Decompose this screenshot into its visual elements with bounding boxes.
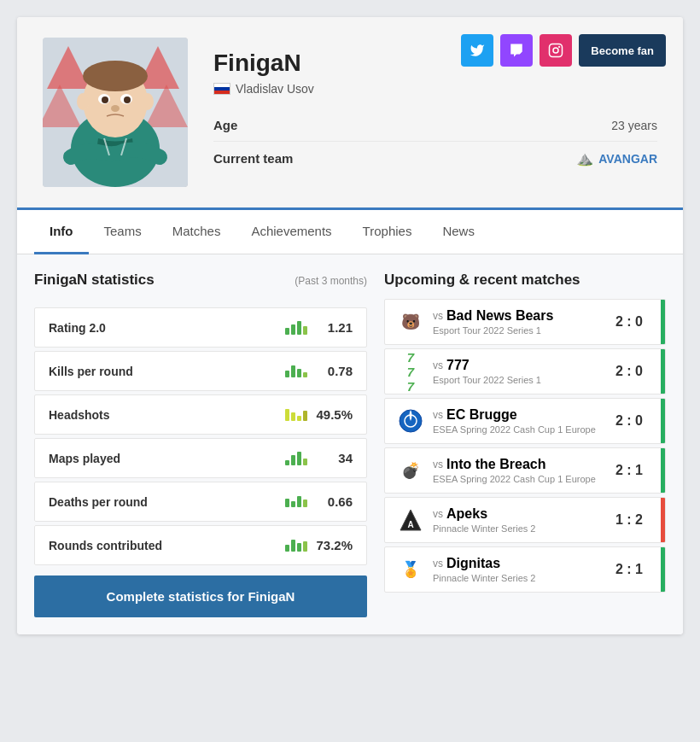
- player-real-name: Vladislav Usov: [236, 82, 314, 96]
- match-opponent-2: vs EC Brugge: [433, 407, 615, 423]
- bar-seg1: [285, 409, 289, 421]
- stat-value-headshots: 49.5%: [314, 407, 353, 422]
- bar-seg4: [303, 326, 307, 335]
- bar-seg2: [291, 501, 295, 507]
- tab-info[interactable]: Info: [34, 210, 89, 254]
- bar-seg4: [303, 459, 307, 465]
- vs-label-4: vs: [433, 508, 443, 520]
- svg-point-16: [553, 48, 558, 53]
- match-info-1: vs 777 Esport Tour 2022 Series 1: [433, 358, 615, 385]
- bar-seg2: [291, 540, 295, 552]
- tournament-3: ESEA Spring 2022 Cash Cup 1 Europe: [433, 474, 615, 484]
- stat-right-kills: 0.78: [285, 364, 353, 378]
- bar-seg3: [297, 416, 301, 421]
- svg-point-11: [124, 96, 131, 103]
- age-label: Age: [213, 118, 237, 132]
- tab-news[interactable]: News: [427, 210, 490, 254]
- bar-seg4: [303, 372, 307, 377]
- bar-seg3: [297, 321, 301, 335]
- vs-label-2: vs: [433, 409, 443, 421]
- stat-value-rating: 1.21: [314, 320, 353, 335]
- matches-panel: Upcoming & recent matches 🐻 vs Bad News …: [384, 272, 666, 617]
- match-row-5: 🏅 vs Dignitas Pinnacle Winter Series 2 2…: [384, 546, 666, 593]
- match-info-5: vs Dignitas Pinnacle Winter Series 2: [433, 556, 615, 583]
- vs-label-5: vs: [433, 558, 443, 570]
- stat-row-headshots: Headshots 49.5%: [34, 394, 367, 435]
- match-opponent-3: vs Into the Breach: [433, 457, 615, 472]
- stat-bar-deaths: [285, 496, 307, 507]
- stat-value-kills: 0.78: [314, 364, 353, 378]
- match-opponent-1: vs 777: [433, 358, 615, 373]
- svg-point-10: [102, 96, 108, 103]
- stat-bar-rating: [285, 321, 307, 335]
- flag-icon: [213, 83, 230, 95]
- match-score-0: 2 : 0: [615, 314, 643, 330]
- bar-seg1: [285, 460, 289, 465]
- complete-stats-button[interactable]: Complete statistics for FinigaN: [34, 575, 367, 617]
- tab-bar: Info Teams Matches Achievements Trophies…: [17, 210, 683, 254]
- bar-seg2: [291, 412, 295, 421]
- stat-right-rounds: 73.2%: [285, 538, 353, 552]
- tournament-1: Esport Tour 2022 Series 1: [433, 375, 615, 385]
- bar-seg1: [285, 545, 289, 552]
- instagram-button[interactable]: [540, 34, 572, 67]
- match-opponent-4: vs Apeks: [433, 506, 615, 522]
- opponent-logo-0: 🐻: [397, 308, 424, 336]
- stat-bar-maps: [285, 452, 307, 465]
- bar-seg4: [303, 500, 307, 507]
- stat-value-rounds: 73.2%: [314, 538, 353, 552]
- opponent-logo-4: A: [397, 506, 424, 534]
- opponent-name-5: Dignitas: [446, 556, 500, 571]
- match-info-2: vs EC Brugge ESEA Spring 2022 Cash Cup 1…: [433, 407, 615, 435]
- age-value: 23 years: [611, 119, 657, 132]
- stats-panel: FinigaN statistics (Past 3 months) Ratin…: [34, 272, 384, 617]
- twitch-button[interactable]: [500, 34, 533, 67]
- match-score-5: 2 : 1: [615, 562, 643, 577]
- tab-teams[interactable]: Teams: [89, 210, 157, 254]
- bar-seg1: [285, 499, 289, 507]
- stat-label-headshots: Headshots: [49, 408, 110, 422]
- stat-label-rating: Rating 2.0: [49, 321, 106, 335]
- tab-trophies[interactable]: Trophies: [347, 210, 428, 254]
- opponent-name-4: Apeks: [446, 506, 487, 522]
- stat-row-rating: Rating 2.0 1.21: [34, 307, 367, 348]
- stat-label-kills: Kills per round: [49, 365, 133, 378]
- team-row: Current team ⛰️ AVANGAR: [213, 142, 657, 175]
- tournament-4: Pinnacle Winter Series 2: [433, 523, 615, 534]
- match-opponent-5: vs Dignitas: [433, 556, 615, 571]
- bar-seg3: [297, 369, 301, 377]
- tournament-5: Pinnacle Winter Series 2: [433, 573, 615, 583]
- team-label: Current team: [213, 151, 293, 166]
- tab-achievements[interactable]: Achievements: [236, 210, 347, 254]
- match-row-4: A vs Apeks Pinnacle Winter Series 2 1 : …: [384, 497, 666, 543]
- match-row-3: 💣 vs Into the Breach ESEA Spring 2022 Ca…: [384, 447, 666, 494]
- stat-right-deaths: 0.66: [285, 494, 353, 509]
- age-row: Age 23 years: [213, 109, 657, 142]
- become-fan-button[interactable]: Become fan: [579, 34, 666, 67]
- bar-seg1: [285, 371, 289, 377]
- bar-seg4: [303, 411, 307, 421]
- vs-label-3: vs: [433, 459, 443, 470]
- tab-matches[interactable]: Matches: [157, 210, 236, 254]
- match-score-4: 1 : 2: [615, 512, 643, 528]
- svg-rect-15: [550, 44, 563, 57]
- stat-row-kills: Kills per round 0.78: [34, 351, 367, 391]
- stat-value-deaths: 0.66: [314, 494, 353, 509]
- match-info-3: vs Into the Breach ESEA Spring 2022 Cash…: [433, 457, 615, 484]
- matches-title: Upcoming & recent matches: [384, 272, 666, 289]
- social-buttons: Become fan: [461, 34, 666, 67]
- vs-label-0: vs: [433, 310, 443, 322]
- stat-value-maps: 34: [314, 451, 353, 465]
- match-score-3: 2 : 1: [615, 463, 643, 478]
- bar-seg1: [285, 328, 289, 335]
- stats-period: (Past 3 months): [295, 275, 367, 287]
- opponent-name-1: 777: [446, 358, 470, 373]
- svg-point-17: [559, 47, 560, 48]
- twitter-button[interactable]: [461, 34, 493, 67]
- stat-bar-rounds: [285, 540, 307, 552]
- match-score-1: 2 : 0: [615, 364, 643, 379]
- player-card: FinigaN Vladislav Usov Age 23 years Curr…: [17, 17, 683, 634]
- bar-seg3: [297, 452, 301, 465]
- tournament-2: ESEA Spring 2022 Cash Cup 1 Europe: [433, 424, 615, 435]
- match-opponent-0: vs Bad News Bears: [433, 308, 615, 324]
